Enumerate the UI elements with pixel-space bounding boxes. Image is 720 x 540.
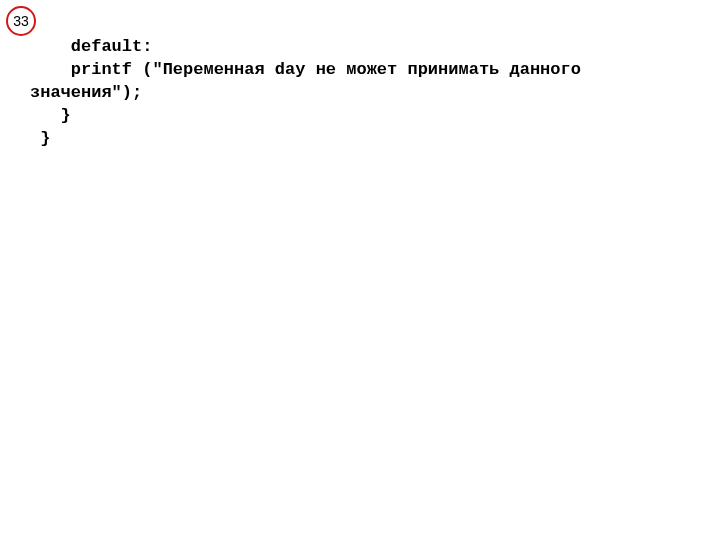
code-line: default:	[30, 36, 700, 59]
code-line: }	[30, 128, 700, 151]
page-number-badge: 33	[6, 6, 36, 36]
code-line: printf ("Переменная day не может принима…	[30, 59, 700, 105]
code-line: }	[30, 105, 700, 128]
page-number: 33	[13, 13, 29, 29]
code-block: default: printf ("Переменная day не може…	[30, 36, 700, 151]
